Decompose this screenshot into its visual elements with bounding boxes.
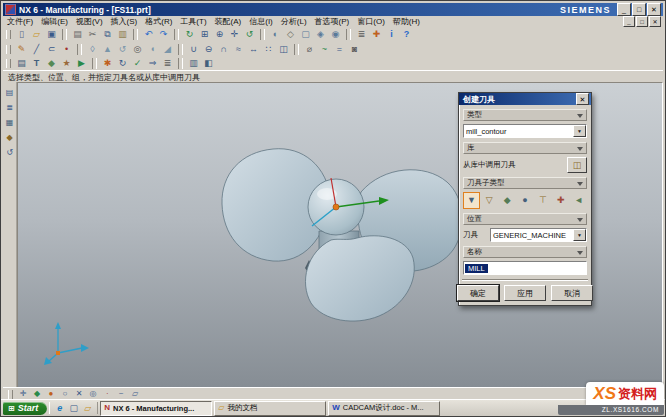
shop-doc-icon[interactable]: ≣: [161, 57, 175, 70]
control-point-snap-icon[interactable]: ○: [59, 389, 72, 400]
apply-button[interactable]: 应用: [504, 285, 546, 301]
wireframe-icon[interactable]: ◇: [284, 28, 298, 41]
child-minimize-button[interactable]: _: [623, 16, 635, 27]
menu-item[interactable]: 编辑(E): [37, 16, 72, 27]
undo-icon[interactable]: ↶: [142, 28, 156, 41]
generate-toolpath-icon[interactable]: ✱: [101, 57, 115, 70]
part-navigator-icon[interactable]: ≣: [4, 102, 15, 113]
info-icon[interactable]: i: [385, 28, 399, 41]
endpoint-snap-icon[interactable]: ◆: [31, 389, 44, 400]
front-view-icon[interactable]: ▢: [299, 28, 313, 41]
menu-item[interactable]: 信息(I): [245, 16, 277, 27]
shaded-icon[interactable]: ◐: [269, 28, 283, 41]
analysis-icon[interactable]: ~: [318, 43, 332, 56]
menu-item[interactable]: 工具(T): [176, 16, 210, 27]
snapshot-icon[interactable]: ◙: [348, 43, 362, 56]
fit-view-icon[interactable]: ⊞: [198, 28, 212, 41]
menu-item[interactable]: 分析(L): [277, 16, 311, 27]
toolbar-grip[interactable]: [8, 390, 13, 399]
expression-icon[interactable]: =: [333, 43, 347, 56]
operation-navigator-icon[interactable]: ▦: [4, 117, 15, 128]
thread-mill-tool-icon[interactable]: ✚: [552, 192, 569, 209]
rotate-icon[interactable]: ↺: [243, 28, 257, 41]
intersection-snap-icon[interactable]: ✕: [73, 389, 86, 400]
t-cutter-tool-icon[interactable]: ⊤: [534, 192, 551, 209]
sketch-icon[interactable]: ✎: [15, 43, 29, 56]
tool-combo-dropdown-button[interactable]: ▼: [573, 229, 586, 241]
show-desktop-icon[interactable]: ▢: [68, 403, 80, 414]
zoom-icon[interactable]: ⊕: [213, 28, 227, 41]
menu-item[interactable]: 文件(F): [3, 16, 37, 27]
type-section-header[interactable]: 类型: [463, 109, 587, 121]
cut-icon[interactable]: ✂: [86, 28, 100, 41]
history-icon[interactable]: ↺: [4, 147, 15, 158]
unite-icon[interactable]: ∪: [187, 43, 201, 56]
redo-icon[interactable]: ↷: [157, 28, 171, 41]
help-icon[interactable]: ?: [400, 28, 414, 41]
task-word-doc[interactable]: WCADCAM设计.doc - M...: [328, 401, 440, 416]
dialog-titlebar[interactable]: 创建刀具 ✕: [459, 93, 591, 105]
task-my-documents[interactable]: ▱我的文档: [214, 401, 326, 416]
pan-icon[interactable]: ✛: [228, 28, 242, 41]
child-close-button[interactable]: ✕: [649, 16, 661, 27]
copy-icon[interactable]: ⧉: [101, 28, 115, 41]
propeller-model[interactable]: [123, 128, 503, 388]
edge-blend-icon[interactable]: ◖: [146, 43, 160, 56]
create-method-icon[interactable]: ★: [60, 57, 74, 70]
dialog-close-button[interactable]: ✕: [576, 93, 589, 105]
post-process-icon[interactable]: ⇒: [146, 57, 160, 70]
ie-quicklaunch-icon[interactable]: e: [54, 403, 66, 414]
minimize-button[interactable]: _: [617, 3, 631, 16]
hole-icon[interactable]: ◎: [131, 43, 145, 56]
create-tool-icon[interactable]: T: [30, 57, 44, 70]
child-restore-button[interactable]: □: [636, 16, 648, 27]
reuse-library-icon[interactable]: ◆: [4, 132, 15, 143]
start-button[interactable]: ⊞ Start: [3, 402, 47, 415]
menu-item[interactable]: 首选项(P): [311, 16, 354, 27]
menu-item[interactable]: 格式(R): [141, 16, 176, 27]
toolbar-grip[interactable]: [6, 45, 11, 54]
existing-point-snap-icon[interactable]: ∙: [101, 389, 114, 400]
tool-subtype-section-header[interactable]: 刀具子类型: [463, 177, 587, 189]
pattern-icon[interactable]: ∷: [262, 43, 276, 56]
mill-tool-icon[interactable]: ▼: [463, 192, 480, 209]
replay-toolpath-icon[interactable]: ↻: [116, 57, 130, 70]
print-icon[interactable]: ▤: [71, 28, 85, 41]
create-program-icon[interactable]: ▤: [15, 57, 29, 70]
paste-icon[interactable]: ▥: [116, 28, 130, 41]
close-button[interactable]: ✕: [647, 3, 661, 16]
menu-item[interactable]: 插入(S): [107, 16, 142, 27]
tool-combo[interactable]: GENERIC_MACHINE ▼: [490, 228, 587, 242]
name-section-header[interactable]: 名称: [463, 246, 587, 258]
cancel-button[interactable]: 取消: [551, 285, 593, 301]
measure-icon[interactable]: ⌀: [303, 43, 317, 56]
tool-name-input[interactable]: MILL: [463, 261, 587, 275]
sew-icon[interactable]: ≈: [232, 43, 246, 56]
move-object-icon[interactable]: ↔: [247, 43, 261, 56]
point-on-curve-snap-icon[interactable]: ~: [115, 389, 128, 400]
create-geometry-icon[interactable]: ◆: [45, 57, 59, 70]
extrude-icon[interactable]: ▲: [101, 43, 115, 56]
point-on-face-snap-icon[interactable]: ▱: [129, 389, 142, 400]
wcs-display-icon[interactable]: ✚: [370, 28, 384, 41]
verify-toolpath-icon[interactable]: ✓: [131, 57, 145, 70]
library-section-header[interactable]: 库: [463, 142, 587, 154]
task-nx[interactable]: NNX 6 - Manufacturing...: [100, 401, 212, 416]
menu-item[interactable]: 视图(V): [72, 16, 107, 27]
open-icon[interactable]: ▱: [30, 28, 44, 41]
snap-point-toggle-icon[interactable]: ✛: [17, 389, 30, 400]
operation-navigator-icon[interactable]: ▥: [187, 57, 201, 70]
folder-quicklaunch-icon[interactable]: ▱: [82, 403, 94, 414]
iso-view-icon[interactable]: ◈: [314, 28, 328, 41]
machine-view-icon[interactable]: ◧: [202, 57, 216, 70]
center-snap-icon[interactable]: ◎: [87, 389, 100, 400]
propeller-blade-bottom[interactable]: [305, 236, 414, 321]
sphere-mill-tool-icon[interactable]: ●: [517, 192, 534, 209]
refresh-icon[interactable]: ↻: [183, 28, 197, 41]
point-icon[interactable]: •: [60, 43, 74, 56]
menu-item[interactable]: 装配(A): [211, 16, 246, 27]
ball-mill-tool-icon[interactable]: ▽: [481, 192, 498, 209]
viewport-3d[interactable]: 创建刀具 ✕ 类型 mill_contour ▼ 库 从库中调用刀具 ◫: [17, 82, 663, 388]
menu-item[interactable]: 帮助(H): [389, 16, 424, 27]
midpoint-snap-icon[interactable]: ●: [45, 389, 58, 400]
